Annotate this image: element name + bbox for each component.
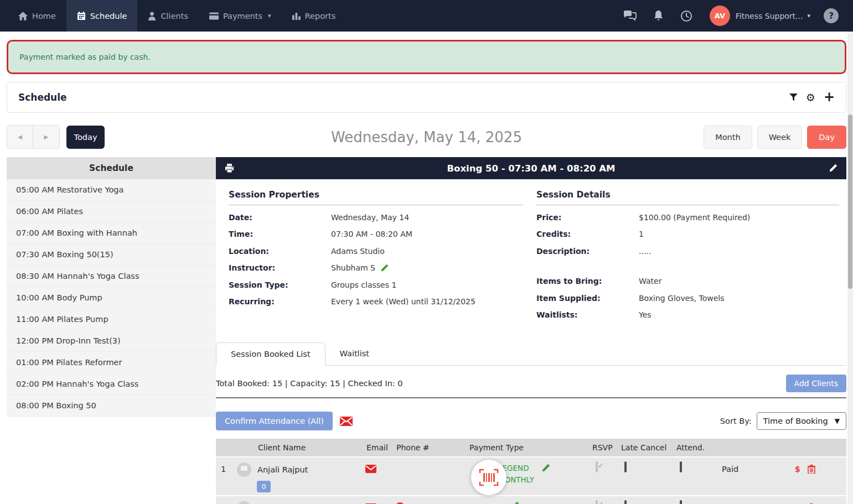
avatar[interactable]: AV <box>710 6 730 26</box>
user-icon <box>148 12 156 20</box>
add-clients-button[interactable]: Add Clients <box>786 375 846 392</box>
notifications-bell-icon[interactable] <box>645 10 672 22</box>
detail-row: Item Supplied: Boxing Gloves, Towels <box>536 294 839 303</box>
sidebar-session-item[interactable]: 10:00 AM Body Pump <box>7 287 216 309</box>
sidebar-session-item[interactable]: 01:00 PM Pilates Reformer <box>7 352 216 373</box>
sidebar-session-item[interactable]: 07:00 AM Boxing with Hannah <box>7 222 216 244</box>
week-view-button[interactable]: Week <box>757 126 803 149</box>
col-email: Email <box>365 443 395 452</box>
property-row: Location: Adams Studio <box>229 247 523 256</box>
nav-item-clients[interactable]: Clients <box>137 0 199 32</box>
payment-dollar-icon[interactable]: $ <box>795 465 800 474</box>
nav-item-label: Home <box>32 12 56 20</box>
alert-message: Payment marked as paid by cash. <box>19 53 151 61</box>
rsvp-checkbox <box>596 461 598 472</box>
detail-row: Price: $100.00 (Payment Required) <box>536 214 839 222</box>
email-all-icon[interactable] <box>340 417 353 426</box>
calendar-icon <box>77 12 86 20</box>
attend-checkbox[interactable] <box>680 500 682 504</box>
page-title: Schedule <box>18 92 67 103</box>
email-icon[interactable] <box>365 466 376 475</box>
filter-icon[interactable] <box>789 93 798 101</box>
schedule-sidebar: Schedule 05:00 AM Restorative Yoga 06:00… <box>7 157 216 417</box>
nav-item-payments[interactable]: Payments ▾ <box>199 0 282 32</box>
nav-item-schedule[interactable]: Schedule <box>66 0 138 32</box>
session-details: Session Details Price: $100.00 (Payment … <box>536 190 839 319</box>
date-navigation: ◄ ► Today Wednesday, May 14, 2025 Month … <box>7 125 846 149</box>
booking-summary-row: Total Booked: 15 | Capacity: 15 | Checke… <box>216 375 846 392</box>
nav-item-home[interactable]: Home <box>8 0 66 32</box>
late-cancel-checkbox[interactable] <box>624 500 627 504</box>
col-payment-type: Payment Type <box>468 443 591 452</box>
sidebar-session-item[interactable]: 12:00 PM Drop-Inn Test(3) <box>7 330 216 352</box>
edit-instructor-pencil-icon[interactable] <box>380 264 389 272</box>
sidebar-session-item[interactable]: 07:30 AM Boxing 50(15) <box>7 244 216 266</box>
session-body: Session Properties Date: Wednesday, May … <box>216 179 846 319</box>
sidebar-session-item[interactable]: 08:00 PM Boxing 50 <box>7 395 216 417</box>
detail-row: Description: ..... <box>536 247 839 256</box>
col-rsvp: RSVP <box>591 443 620 452</box>
sidebar-session-item[interactable]: 06:00 AM Pilates <box>7 201 216 222</box>
today-button[interactable]: Today <box>66 126 105 149</box>
row-actions: $ <box>795 463 830 474</box>
late-cancel-checkbox[interactable] <box>624 461 627 472</box>
add-session-plus-icon[interactable]: + <box>824 92 835 102</box>
edit-payment-pencil-icon[interactable] <box>510 501 519 504</box>
client-cell: Anjali Rajput 0 <box>237 463 365 492</box>
history-clock-icon[interactable] <box>672 10 701 22</box>
col-client-name: Client Name <box>237 443 365 452</box>
chevron-down-icon: ▼ <box>835 417 840 425</box>
session-title: Boxing 50 - 07:30 AM - 08:20 AM <box>216 163 846 174</box>
property-row: Session Type: Groups classes 1 <box>229 281 523 289</box>
clients-table-header: Client Name Email Phone # Payment Type R… <box>216 439 846 456</box>
date-pager: ◄ ► <box>7 125 60 149</box>
month-view-button[interactable]: Month <box>704 126 752 149</box>
attendance-controls: Confirm Attendance (All) Sort By: Time o… <box>216 412 846 430</box>
sidebar-session-item[interactable]: 08:30 AM Hannah's Yoga Class <box>7 266 216 287</box>
rsvp-checkbox <box>596 500 598 504</box>
barcode-scan-button[interactable] <box>471 460 506 495</box>
day-view-button[interactable]: Day <box>807 126 846 149</box>
sidebar-session-item[interactable]: 05:00 AM Restorative Yoga <box>7 179 216 201</box>
prev-day-button[interactable]: ◄ <box>7 126 33 148</box>
tab-waitlist[interactable]: Waitlist <box>325 342 384 365</box>
schedule-toolbar: ⚙ + <box>789 92 835 102</box>
row-actions: $ <box>795 501 830 504</box>
detail-row: Credits: 1 <box>536 230 839 238</box>
help-icon[interactable]: ? <box>824 8 839 23</box>
rsvp-cell <box>591 501 620 504</box>
edit-session-pencil-icon[interactable] <box>829 164 838 173</box>
tab-session-booked-list[interactable]: Session Booked List <box>216 342 325 366</box>
sidebar-session-item[interactable]: 11:00 AM Pilates Pump <box>7 309 216 330</box>
settings-gear-icon[interactable]: ⚙ <box>806 92 815 103</box>
sidebar-session-item[interactable]: 02:00 PM Hannah's Yoga Class <box>7 373 216 395</box>
nav-item-label: Schedule <box>90 12 127 20</box>
print-icon[interactable] <box>225 164 234 173</box>
account-menu[interactable]: Fitness Support... ▾ <box>736 12 810 20</box>
scrollbar-thumb[interactable] <box>848 115 852 289</box>
edit-payment-pencil-icon[interactable] <box>541 464 550 472</box>
session-properties: Session Properties Date: Wednesday, May … <box>229 190 523 319</box>
sidebar-title: Schedule <box>7 157 216 179</box>
delete-trash-icon[interactable] <box>808 465 815 474</box>
confirm-attendance-button[interactable]: Confirm Attendance (All) <box>216 412 333 430</box>
sort-by-select[interactable]: Time of Booking ▼ <box>757 412 846 430</box>
nav-item-reports[interactable]: Reports <box>282 0 347 32</box>
chat-icon[interactable] <box>615 11 645 22</box>
nav-item-label: Clients <box>161 12 188 20</box>
nav-right: AV Fitness Support... ▾ ? <box>615 0 853 32</box>
client-avatar <box>237 463 251 477</box>
payment-alert: Payment marked as paid by cash. <box>7 40 846 74</box>
payment-status: Paid <box>717 463 795 474</box>
session-header: Boxing 50 - 07:30 AM - 08:20 AM <box>216 157 846 179</box>
chevron-down-icon: ▾ <box>807 12 810 19</box>
next-day-button[interactable]: ► <box>33 126 59 148</box>
credit-card-icon <box>209 12 219 20</box>
detail-row: Items to Bring: Water <box>536 277 839 285</box>
nav-item-label: Reports <box>305 12 336 20</box>
property-row: Recurring: Every 1 week (Wed) until 31/1… <box>229 298 523 306</box>
attend-checkbox[interactable] <box>680 461 682 472</box>
property-row-instructor: Instructor: Shubham S <box>229 264 523 272</box>
section-title: Session Details <box>536 190 839 205</box>
client-name[interactable]: Anjali Rajput <box>257 465 308 474</box>
